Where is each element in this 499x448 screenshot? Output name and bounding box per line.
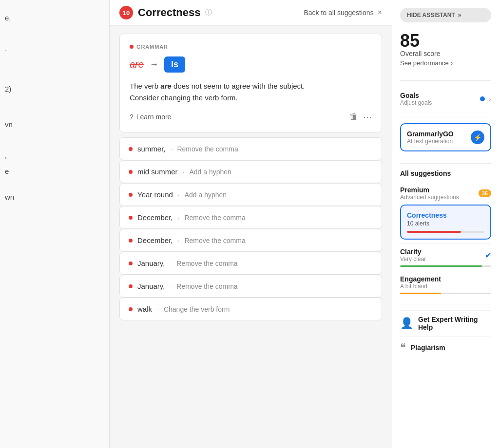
see-performance-button[interactable]: See performance › (400, 59, 491, 67)
compact-action: Change the verb form (164, 305, 230, 313)
compact-action: Remove the comma (177, 145, 238, 153)
engagement-sub: A bit bland (400, 283, 441, 290)
list-item[interactable]: December, · Remove the comma (119, 206, 382, 229)
clarity-title: Clarity (400, 248, 426, 256)
suggestion-change: are → is (130, 56, 372, 73)
overall-score: 85 (400, 32, 491, 50)
plagiarism-title: Plagiarism (411, 344, 445, 352)
grammarly-go-sub: AI text generation (407, 138, 454, 145)
compact-word: mid summer (137, 168, 178, 176)
back-to-suggestions-button[interactable]: Back to all suggestions × (304, 8, 382, 17)
correctness-badge: 10 (119, 6, 133, 19)
compact-action: Remove the comma (176, 282, 237, 290)
compact-word: December, (137, 213, 173, 222)
separator: · (178, 191, 180, 199)
main-panel: 10 Correctness ⓘ Back to all suggestions… (110, 0, 392, 448)
chevron-right-icon: › (489, 95, 491, 103)
engagement-progress-fill (400, 293, 441, 294)
learn-more-button[interactable]: ? Learn more (130, 113, 171, 121)
more-options-icon[interactable]: ⋯ (363, 112, 372, 122)
grammarly-go-icon: ⚡ (471, 131, 484, 144)
separator: · (157, 305, 159, 313)
grammarly-go-card[interactable]: GrammarlyGO AI text generation ⚡ (400, 123, 491, 151)
grammar-label: GRAMMAR (130, 44, 372, 50)
highlight-word: are (160, 82, 172, 90)
correctness-progress-fill (407, 231, 461, 233)
chevron-right-icon: » (458, 12, 461, 19)
grammar-suggestion-card[interactable]: GRAMMAR are → is The verb are does not s… (119, 34, 382, 132)
score-section: 85 Overall score See performance › (400, 32, 491, 67)
separator: · (170, 260, 172, 267)
info-icon[interactable]: ⓘ (205, 8, 212, 17)
card-description: The verb are does not seem to agree with… (130, 80, 372, 104)
dot-red (129, 193, 133, 197)
sidebar-item-plagiarism[interactable]: ❝ Plagiarism (400, 336, 491, 359)
compact-word: January, (137, 282, 165, 290)
plagiarism-icon: ❝ (400, 341, 406, 354)
dot-red (129, 170, 133, 174)
sidebar-item-clarity[interactable]: Clarity Very clear ✔ (400, 243, 491, 271)
chevron-right-icon: › (451, 59, 453, 67)
card-actions: 🗑 ⋯ (349, 112, 372, 122)
compact-word: summer, (137, 145, 166, 153)
replacement-word[interactable]: is (164, 56, 185, 73)
goals-sub: Adjust goals (400, 99, 432, 106)
engagement-title: Engagement (400, 275, 441, 283)
correctness-alerts: 10 alerts (407, 220, 484, 227)
arrow-icon: → (150, 59, 158, 70)
original-word: are (130, 59, 144, 70)
page-title: Correctness (138, 6, 200, 19)
separator: · (170, 282, 172, 290)
delete-icon[interactable]: 🗑 (349, 112, 358, 122)
dot-red (129, 239, 133, 243)
expert-writing-title: Get Expert Writing Help (418, 316, 491, 331)
grammarly-go-info: GrammarlyGO AI text generation (407, 130, 454, 145)
engagement-progress-bar (400, 293, 491, 294)
compact-action: Add a hyphen (185, 191, 227, 199)
back-label: Back to all suggestions (304, 9, 373, 17)
list-item[interactable]: summer, · Remove the comma (119, 137, 382, 160)
dot-red (129, 284, 133, 288)
compact-action: Add a hyphen (189, 168, 231, 176)
compact-action: Remove the comma (184, 214, 245, 222)
compact-word: January, (137, 259, 165, 267)
list-item[interactable]: December, · Remove the comma (119, 229, 382, 252)
compact-word: walk (137, 305, 152, 313)
correctness-header: 10 Correctness ⓘ Back to all suggestions… (110, 0, 392, 26)
separator: · (171, 145, 173, 153)
compact-word: Year round (137, 190, 173, 199)
list-item[interactable]: January, · Remove the comma (119, 252, 382, 275)
compact-word: December, (137, 236, 173, 244)
sidebar-item-expert-writing[interactable]: 👤 Get Expert Writing Help (400, 310, 491, 336)
right-sidebar: HIDE ASSISTANT » 85 Overall score See pe… (392, 0, 499, 448)
correctness-title: Correctness (407, 211, 484, 219)
clarity-check-icon: ✔ (485, 251, 491, 260)
all-suggestions-label: All suggestions (400, 169, 491, 177)
correctness-progress-bar (407, 231, 484, 233)
sidebar-item-premium[interactable]: Premium Advanced suggestions 35 (400, 182, 491, 205)
clarity-progress-fill (400, 265, 482, 267)
dot-red (129, 261, 133, 265)
dot-red (129, 307, 133, 311)
separator: · (178, 237, 180, 244)
clarity-sub: Very clear (400, 256, 426, 262)
premium-badge: 35 (479, 189, 491, 197)
sidebar-item-engagement[interactable]: Engagement A bit bland (400, 271, 491, 298)
sidebar-item-goals[interactable]: Goals Adjust goals › (400, 87, 491, 111)
clarity-progress-bar (400, 265, 491, 267)
premium-info: Premium Advanced suggestions (400, 186, 459, 201)
compact-action: Remove the comma (184, 237, 245, 244)
sidebar-item-correctness[interactable]: Correctness 10 alerts (400, 205, 491, 240)
separator: · (183, 168, 185, 176)
premium-title: Premium (400, 186, 459, 194)
list-item[interactable]: January, · Remove the comma (119, 275, 382, 298)
premium-sub: Advanced suggestions (400, 194, 459, 201)
hide-assistant-button[interactable]: HIDE ASSISTANT » (400, 8, 491, 22)
close-icon[interactable]: × (378, 8, 382, 17)
list-item[interactable]: Year round · Add a hyphen (119, 183, 382, 206)
goals-dot (480, 96, 485, 101)
score-label: Overall score (400, 50, 491, 57)
list-item[interactable]: mid summer · Add a hyphen (119, 160, 382, 183)
list-item[interactable]: walk · Change the verb form (119, 298, 382, 320)
dot-red (129, 147, 133, 151)
